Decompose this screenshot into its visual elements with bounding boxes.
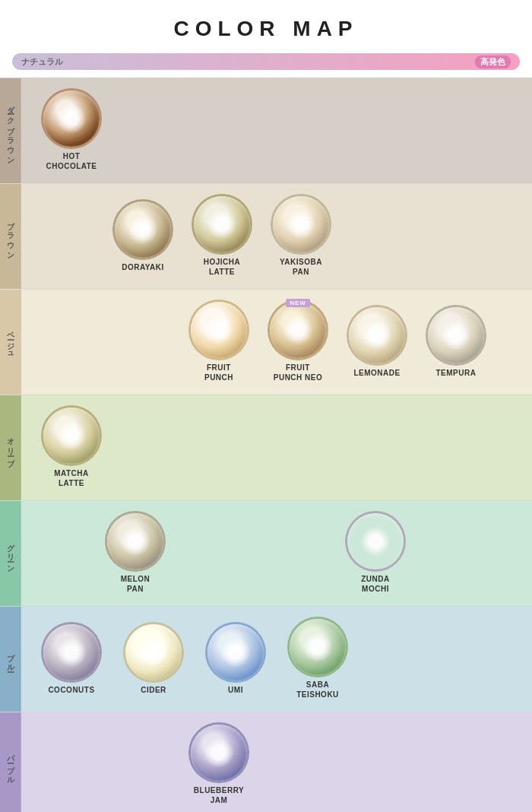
lens-item-cider: CIDER [116, 621, 192, 698]
row-content-blue: COCONUTSCIDERUMISABA TEISHOKU [21, 607, 532, 712]
row-label-green: グリーン [0, 501, 21, 606]
scale-label-left: ナチュラル [21, 56, 63, 68]
lens-label-lemonade: LEMONADE [353, 368, 400, 378]
lens-circle-umi [207, 624, 264, 680]
lens-circle-lemonade [349, 307, 405, 363]
row-brown: ブラウンDORAYAKIHOJICHA LATTEYAKISOBA PAN [0, 183, 532, 289]
lens-label-umi: UMI [228, 685, 243, 695]
lens-item-hot-chocolate: HOT CHOCOLATE [33, 87, 109, 174]
row-purple: パープルBLUEBERRY JAM [0, 712, 532, 812]
row-label-beige: ベージュ [0, 290, 21, 395]
lens-label-coconuts: COCONUTS [48, 685, 94, 695]
color-map-grid: ダークブラウンHOT CHOCOLATEブラウンDORAYAKIHOJICHA … [0, 78, 532, 812]
lens-item-dorayaki: DORAYAKI [105, 198, 181, 275]
lens-label-saba-teishoku: SABA TEISHOKU [296, 680, 339, 699]
lens-label-cider: CIDER [141, 685, 166, 695]
lens-label-matcha-latte: MATCHA LATTE [54, 468, 89, 488]
lens-item-tempura: TEMPURA [418, 304, 494, 381]
row-content-beige: FRUIT PUNCHNEWFRUIT PUNCH NEOLEMONADETEM… [21, 290, 532, 395]
row-content-green: MELON PANZUNDA MOCHI [21, 501, 532, 606]
lens-label-fruit-punch: FRUIT PUNCH [204, 363, 233, 382]
lens-circle-coconuts [43, 624, 100, 680]
lens-label-hot-chocolate: HOT CHOCOLATE [46, 151, 97, 171]
row-content-purple: BLUEBERRY JAM [21, 712, 532, 812]
lens-circle-fruit-punch [191, 302, 247, 358]
lens-label-melon-pan: MELON PAN [121, 574, 150, 594]
lens-item-blueberry-jam: BLUEBERRY JAM [181, 722, 257, 808]
lens-item-yakisoba-pan: YAKISOBA PAN [263, 193, 339, 280]
lens-circle-hot-chocolate [43, 90, 100, 147]
row-olive: オリーブMATCHA LATTE [0, 395, 532, 500]
lens-item-melon-pan: MELON PAN [97, 510, 173, 597]
lens-circle-fruit-punch-neo [270, 302, 326, 358]
row-label-brown: ブラウン [0, 184, 21, 289]
row-label-blue: ブルー [0, 607, 21, 712]
lens-circle-melon-pan [107, 513, 163, 569]
row-blue: ブルーCOCONUTSCIDERUMISABA TEISHOKU [0, 606, 532, 712]
lens-label-dorayaki: DORAYAKI [122, 262, 164, 272]
lens-item-fruit-punch-neo: NEWFRUIT PUNCH NEO [260, 299, 336, 385]
row-content-dark-brown: HOT CHOCOLATE [21, 78, 532, 183]
lens-item-fruit-punch: FRUIT PUNCH [181, 299, 257, 385]
lens-circle-cider [125, 624, 182, 680]
scale-bar: ナチュラル 高発色 [12, 53, 520, 70]
lens-item-saba-teishoku: SABA TEISHOKU [280, 616, 356, 703]
lens-item-coconuts: COCONUTS [33, 621, 109, 698]
row-content-brown: DORAYAKIHOJICHA LATTEYAKISOBA PAN [21, 184, 532, 289]
scale-bar-container: ナチュラル 高発色 [0, 49, 532, 78]
row-content-olive: MATCHA LATTE [21, 395, 532, 500]
lens-circle-dorayaki [115, 201, 171, 258]
scale-label-right: 高発色 [475, 56, 511, 68]
row-label-olive: オリーブ [0, 395, 21, 500]
row-label-purple: パープル [0, 712, 21, 812]
page-title: COLOR MAP [0, 0, 532, 49]
lens-label-yakisoba-pan: YAKISOBA PAN [280, 257, 322, 277]
lens-label-tempura: TEMPURA [436, 368, 477, 378]
row-label-dark-brown: ダークブラウン [0, 78, 21, 183]
lens-circle-matcha-latte [43, 408, 100, 464]
lens-label-fruit-punch-neo: FRUIT PUNCH NEO [274, 363, 323, 382]
lens-item-zunda-mochi: ZUNDA MOCHI [337, 510, 413, 597]
lens-circle-zunda-mochi [347, 513, 404, 569]
lens-item-matcha-latte: MATCHA LATTE [33, 404, 109, 491]
lens-label-hojicha-latte: HOJICHA LATTE [204, 257, 241, 277]
lens-item-hojicha-latte: HOJICHA LATTE [184, 193, 260, 280]
lens-circle-tempura [428, 307, 484, 363]
lens-item-lemonade: LEMONADE [339, 304, 415, 381]
lens-label-zunda-mochi: ZUNDA MOCHI [361, 574, 390, 594]
row-dark-brown: ダークブラウンHOT CHOCOLATE [0, 78, 532, 183]
row-green: グリーンMELON PANZUNDA MOCHI [0, 500, 532, 606]
lens-label-blueberry-jam: BLUEBERRY JAM [194, 785, 244, 805]
new-badge: NEW [286, 299, 310, 307]
lens-item-umi: UMI [198, 621, 274, 698]
row-beige: ベージュFRUIT PUNCHNEWFRUIT PUNCH NEOLEMONAD… [0, 289, 532, 395]
lens-circle-blueberry-jam [191, 725, 247, 781]
lens-circle-yakisoba-pan [273, 196, 329, 252]
lens-circle-saba-teishoku [290, 619, 346, 675]
lens-circle-hojicha-latte [194, 196, 250, 252]
